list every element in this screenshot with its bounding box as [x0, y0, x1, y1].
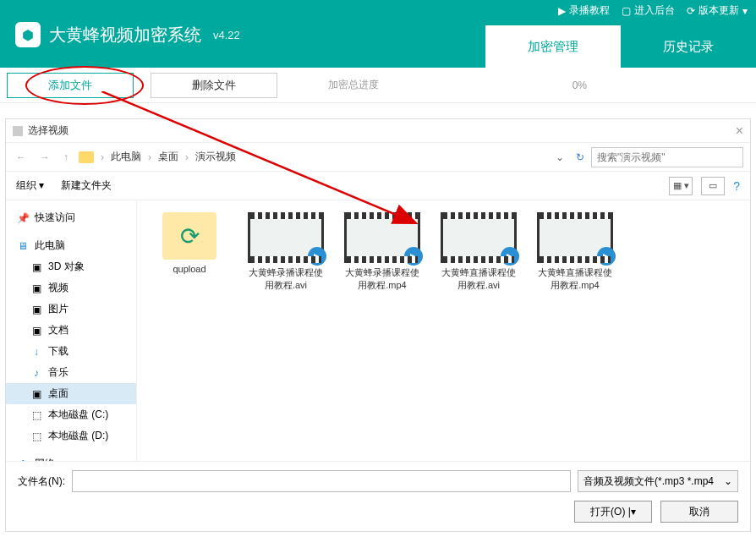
sidebar-downloads[interactable]: ↓下载 [6, 341, 136, 362]
file-item-video[interactable]: ▶ 大黄蜂录播课程使用教程.avi [245, 212, 326, 292]
dialog-toolbar: 组织 ▾ 新建文件夹 ▦ ▾ ▭ ? [6, 172, 750, 200]
dialog-icon [13, 126, 23, 136]
close-icon[interactable]: × [736, 123, 743, 139]
nav-forward-icon[interactable]: → [36, 151, 53, 163]
filename-input[interactable] [72, 470, 571, 492]
play-badge-icon: ▶ [404, 247, 423, 266]
crumb-folder[interactable]: 演示视频 [195, 150, 236, 164]
filename-label: 文件名(N): [18, 474, 65, 489]
file-item-folder[interactable]: ⟳ qupload [149, 212, 230, 276]
top-links: ▶ 录播教程 ▢ 进入后台 ⟳ 版本更新 ▾ [558, 3, 748, 18]
folder-icon [79, 151, 94, 163]
preview-pane-button[interactable]: ▭ [701, 177, 725, 195]
update-link[interactable]: ⟳ 版本更新 ▾ [687, 3, 748, 18]
sidebar-pictures[interactable]: ▣图片 [6, 299, 136, 320]
file-open-dialog: 选择视频 × ← → ↑ › 此电脑 › 桌面 › 演示视频 ⌄ ↻ 组织 ▾ … [5, 118, 751, 532]
add-file-button[interactable]: 添加文件 [7, 73, 134, 98]
new-folder-button[interactable]: 新建文件夹 [61, 178, 112, 193]
nav-back-icon[interactable]: ← [13, 151, 30, 163]
dialog-body: 📌快速访问 🖥此电脑 ▣3D 对象 ▣视频 ▣图片 ▣文档 ↓下载 ♪音乐 ▣桌… [6, 200, 750, 461]
backend-link[interactable]: ▢ 进入后台 [622, 3, 675, 18]
file-list: ⟳ qupload ▶ 大黄蜂录播课程使用教程.avi ▶ 大黄蜂录播课程使用教… [137, 200, 750, 461]
sidebar-videos[interactable]: ▣视频 [6, 277, 136, 299]
crumb-dropdown-icon[interactable]: ⌄ [551, 151, 569, 163]
sidebar-music[interactable]: ♪音乐 [6, 362, 136, 383]
crumb-pc[interactable]: 此电脑 [111, 150, 141, 164]
app-version: v4.22 [213, 29, 240, 41]
play-badge-icon: ▶ [308, 247, 326, 266]
view-mode-button[interactable]: ▦ ▾ [669, 177, 693, 195]
delete-file-button[interactable]: 删除文件 [151, 73, 277, 98]
chevron-down-icon: ⌄ [724, 475, 732, 487]
help-icon[interactable]: ? [733, 179, 740, 193]
progress-value: 0% [572, 79, 587, 91]
nav-up-icon[interactable]: ↑ [60, 151, 72, 163]
dialog-footer: 文件名(N): 音频及视频文件(*.mp3 *.mp4⌄ 打开(O) |▾ 取消 [6, 461, 750, 531]
sidebar-desktop[interactable]: ▣桌面 [6, 383, 136, 404]
file-item-video[interactable]: ▶ 大黄蜂直播课程使用教程.mp4 [534, 212, 616, 292]
sidebar-network[interactable]: ⬢网络 [6, 453, 136, 461]
progress-label: 加密总进度 [328, 78, 379, 92]
crumb-desktop[interactable]: 桌面 [158, 150, 178, 164]
video-thumb-icon: ▶ [344, 212, 420, 263]
dialog-titlebar: 选择视频 × [6, 119, 750, 143]
sidebar-documents[interactable]: ▣文档 [6, 320, 136, 341]
tab-encrypt[interactable]: 加密管理 [485, 25, 621, 68]
refresh-icon[interactable]: ↻ [576, 151, 584, 163]
dialog-sidebar: 📌快速访问 🖥此电脑 ▣3D 对象 ▣视频 ▣图片 ▣文档 ↓下载 ♪音乐 ▣桌… [6, 200, 137, 461]
play-badge-icon: ▶ [501, 247, 519, 266]
file-item-video[interactable]: ▶ 大黄蜂录播课程使用教程.mp4 [342, 212, 423, 292]
search-input[interactable] [591, 147, 743, 167]
app-title: 大黄蜂视频加密系统 [49, 24, 201, 47]
cancel-button[interactable]: 取消 [660, 501, 738, 523]
dialog-nav: ← → ↑ › 此电脑 › 桌面 › 演示视频 ⌄ ↻ [6, 143, 750, 172]
video-thumb-icon: ▶ [248, 212, 324, 263]
file-filter-select[interactable]: 音频及视频文件(*.mp3 *.mp4⌄ [578, 470, 738, 492]
logo-row: ⬢ 大黄蜂视频加密系统 v4.22 [15, 22, 240, 47]
video-thumb-icon: ▶ [441, 212, 517, 263]
sidebar-disk-c[interactable]: ⬚本地磁盘 (C:) [6, 404, 136, 425]
play-badge-icon: ▶ [597, 247, 616, 266]
file-item-video[interactable]: ▶ 大黄蜂直播课程使用教程.avi [438, 212, 519, 292]
sidebar-3d[interactable]: ▣3D 对象 [6, 256, 136, 277]
tutorial-link[interactable]: ▶ 录播教程 [558, 3, 610, 18]
sidebar-this-pc[interactable]: 🖥此电脑 [6, 235, 136, 256]
main-tabs: 加密管理 历史记录 [485, 25, 756, 68]
folder-thumb-icon: ⟳ [162, 212, 216, 260]
app-header: ▶ 录播教程 ▢ 进入后台 ⟳ 版本更新 ▾ ⬢ 大黄蜂视频加密系统 v4.22… [0, 0, 756, 68]
app-logo-icon: ⬢ [15, 22, 41, 47]
dialog-title: 选择视频 [28, 123, 68, 138]
sidebar-quick-access[interactable]: 📌快速访问 [6, 207, 136, 228]
open-button[interactable]: 打开(O) |▾ [574, 501, 652, 523]
sidebar-disk-d[interactable]: ⬚本地磁盘 (D:) [6, 425, 136, 447]
toolbar: 添加文件 删除文件 加密总进度 0% [0, 68, 756, 103]
video-thumb-icon: ▶ [537, 212, 613, 263]
organize-menu[interactable]: 组织 ▾ [16, 178, 44, 193]
tab-history[interactable]: 历史记录 [621, 25, 756, 68]
